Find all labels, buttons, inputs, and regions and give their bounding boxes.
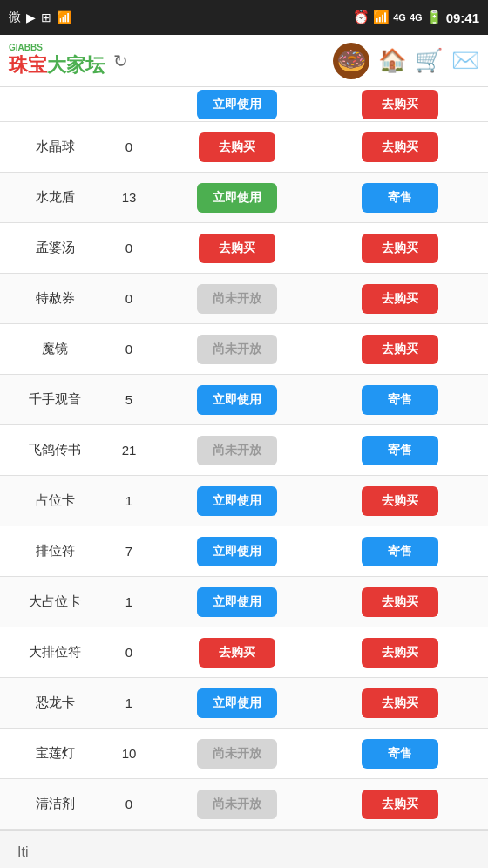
action2-button[interactable]: 去购买 (362, 132, 438, 162)
table-row: 大占位卡1立即使用去购买 (0, 577, 488, 627)
action1-button[interactable]: 立即使用 (197, 537, 277, 566)
item-count: 13 (103, 190, 155, 205)
action2-col: 寄售 (318, 385, 481, 415)
action1-col: 去购买 (155, 234, 318, 263)
action2-button[interactable]: 寄售 (362, 537, 438, 566)
action2-button[interactable]: 寄售 (362, 739, 438, 769)
action2-col: 寄售 (318, 436, 481, 465)
partial-action2: 去购买 (318, 90, 481, 119)
action2-button[interactable]: 去购买 (362, 688, 438, 718)
item-name: 占位卡 (7, 492, 103, 509)
action1-col: 尚未开放 (155, 335, 318, 364)
action2-button[interactable]: 去购买 (362, 587, 438, 617)
action1-button[interactable]: 立即使用 (197, 587, 277, 617)
home-icon[interactable]: 🏠 (378, 47, 406, 74)
item-count: 1 (103, 594, 155, 609)
bottom-bar: Iti (0, 830, 488, 868)
table-row: 飞鸽传书21尚未开放寄售 (0, 425, 488, 476)
logo-main: 珠宝大家坛 (9, 52, 105, 78)
action2-col: 去购买 (318, 284, 481, 314)
action1-button: 尚未开放 (197, 335, 277, 364)
item-count: 0 (103, 139, 155, 154)
action2-button[interactable]: 去购买 (362, 234, 438, 263)
item-count: 1 (103, 695, 155, 710)
item-count: 1 (103, 493, 155, 508)
network-4g-2: 4G (410, 12, 423, 23)
item-name: 恐龙卡 (7, 695, 103, 711)
action2-button[interactable]: 去购买 (362, 284, 438, 314)
action2-col: 去购买 (318, 790, 481, 819)
action1-col: 立即使用 (155, 537, 318, 566)
action1-button[interactable]: 去购买 (199, 132, 275, 162)
item-count: 7 (103, 544, 155, 559)
table-row: 水晶球0去购买去购买 (0, 122, 488, 173)
battery-icon: 🔋 (426, 10, 443, 25)
partial-action1: 立即使用 (155, 90, 318, 119)
action2-col: 去购买 (318, 132, 481, 162)
item-name: 孟婆汤 (7, 240, 103, 256)
logo-giabbs: GIABBS (9, 43, 43, 52)
logo-text: GIABBS 珠宝大家坛 (9, 43, 105, 78)
action2-col: 去购买 (318, 638, 481, 668)
time-display: 09:41 (446, 10, 479, 25)
action1-col: 尚未开放 (155, 739, 318, 769)
logo-area: GIABBS 珠宝大家坛 ↻ (9, 43, 128, 78)
status-left: 微 ▶ ⊞ 📶 (9, 10, 71, 25)
action2-button[interactable]: 寄售 (362, 183, 438, 213)
action1-button[interactable]: 立即使用 (197, 385, 277, 415)
item-name: 清洁剂 (7, 796, 103, 812)
cart-icon[interactable]: 🛒 (415, 47, 443, 74)
action1-col: 去购买 (155, 132, 318, 162)
user-avatar[interactable]: 🍩 (333, 43, 369, 79)
action2-col: 去购买 (318, 587, 481, 617)
item-count: 0 (103, 241, 155, 255)
item-count: 5 (103, 392, 155, 407)
table-row: 孟婆汤0去购买去购买 (0, 223, 488, 274)
item-count: 0 (103, 291, 155, 306)
item-name: 千手观音 (7, 391, 103, 408)
item-name: 大排位符 (7, 644, 103, 661)
action1-button[interactable]: 去购买 (199, 638, 275, 668)
grid-icon: ⊞ (41, 10, 51, 24)
action1-col: 立即使用 (155, 183, 318, 213)
partial-use-button[interactable]: 立即使用 (197, 90, 277, 119)
action1-button[interactable]: 去购买 (199, 234, 275, 263)
action1-button: 尚未开放 (197, 790, 277, 819)
action2-button[interactable]: 去购买 (362, 486, 438, 516)
bottom-text: Iti (17, 844, 28, 860)
table-row: 大排位符0去购买去购买 (0, 627, 488, 678)
action1-col: 立即使用 (155, 587, 318, 617)
item-name: 水龙盾 (7, 189, 103, 206)
nav-bar: GIABBS 珠宝大家坛 ↻ 🍩 🏠 🛒 ✉️ (0, 35, 488, 87)
item-count: 10 (103, 746, 155, 761)
table-row: 水龙盾13立即使用寄售 (0, 173, 488, 223)
action1-button: 尚未开放 (197, 739, 277, 769)
action2-col: 去购买 (318, 486, 481, 516)
action2-button[interactable]: 去购买 (362, 790, 438, 819)
nav-icons: 🍩 🏠 🛒 ✉️ (333, 43, 479, 79)
item-name: 魔镜 (7, 341, 103, 357)
action1-col: 尚未开放 (155, 436, 318, 465)
action2-button[interactable]: 寄售 (362, 385, 438, 415)
action1-button[interactable]: 立即使用 (197, 688, 277, 718)
refresh-button[interactable]: ↻ (113, 51, 128, 71)
partial-top-row: 立即使用 去购买 (0, 87, 488, 122)
play-icon: ▶ (26, 10, 36, 24)
table-row: 宝莲灯10尚未开放寄售 (0, 729, 488, 779)
action1-button[interactable]: 立即使用 (197, 486, 277, 516)
action2-button[interactable]: 寄售 (362, 436, 438, 465)
table-row: 特赦券0尚未开放去购买 (0, 274, 488, 324)
action2-col: 去购买 (318, 234, 481, 263)
table-row: 千手观音5立即使用寄售 (0, 375, 488, 425)
action2-col: 去购买 (318, 688, 481, 718)
partial-buy-button[interactable]: 去购买 (362, 90, 438, 119)
weibo-icon: 微 (9, 10, 21, 25)
action2-col: 寄售 (318, 537, 481, 566)
action2-button[interactable]: 去购买 (362, 335, 438, 364)
item-count: 21 (103, 443, 155, 458)
action1-button[interactable]: 立即使用 (197, 183, 277, 213)
table-row: 恐龙卡1立即使用去购买 (0, 678, 488, 729)
action1-col: 立即使用 (155, 688, 318, 718)
mail-icon[interactable]: ✉️ (451, 47, 479, 74)
action2-button[interactable]: 去购买 (362, 638, 438, 668)
